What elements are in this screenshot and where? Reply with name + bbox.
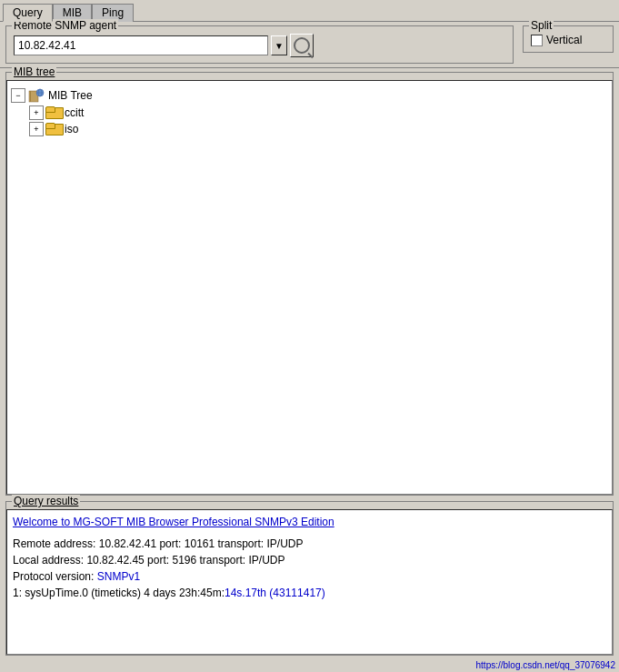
result-line1: Remote address: 10.82.42.41 port: 10161 …	[13, 536, 606, 552]
expand-iso-btn[interactable]: +	[29, 122, 44, 136]
query-results-fieldset: Query results Welcome to MG-SOFT MIB Bro…	[5, 501, 614, 656]
folder-icon-iso	[45, 123, 62, 135]
protocol-prefix: Protocol version:	[13, 570, 97, 583]
tree-children-root: + ccitt + iso	[11, 105, 608, 137]
protocol-value: SNMPv1	[97, 570, 140, 583]
main-container: Query MIB Ping Remote SNMP agent ▼ Split	[0, 0, 619, 672]
tree-label-iso: iso	[65, 123, 78, 135]
result-line4: 1: sysUpTime.0 (timeticks) 4 days 23h:45…	[13, 585, 606, 601]
mib-root-icon	[27, 87, 45, 104]
mib-tree-legend: MIB tree	[12, 65, 56, 78]
remote-agent-input-row: ▼	[14, 34, 505, 57]
expand-root-btn[interactable]: −	[11, 88, 25, 103]
vertical-label: Vertical	[546, 34, 582, 46]
svg-rect-1	[30, 91, 31, 102]
ip-input[interactable]	[14, 35, 268, 55]
search-button[interactable]	[290, 34, 314, 57]
top-section: Remote SNMP agent ▼ Split Vertical	[0, 22, 619, 68]
tree-node-ccitt: + ccitt	[29, 105, 608, 121]
welcome-line: Welcome to MG-SOFT MIB Browser Professio…	[13, 514, 606, 530]
sysuptime-suffix: 14s.17th (43111417)	[225, 587, 325, 599]
tree-container[interactable]: −	[6, 80, 613, 495]
split-group: Split Vertical	[523, 25, 614, 53]
tree-node-root: −	[11, 86, 608, 137]
query-results-section: Query results Welcome to MG-SOFT MIB Bro…	[0, 499, 619, 672]
vertical-checkbox[interactable]	[531, 35, 543, 46]
tree-row-iso[interactable]: + iso	[29, 121, 608, 137]
query-results-legend: Query results	[12, 495, 80, 507]
mib-root-svg	[28, 88, 45, 103]
split-legend: Split	[529, 19, 554, 32]
mib-tree-fieldset: MIB tree −	[5, 72, 614, 496]
mib-tree-section: MIB tree −	[0, 68, 619, 499]
expand-ccitt-btn[interactable]: +	[29, 105, 44, 120]
sysuptime-prefix: 1: sysUpTime.0 (timeticks) 4 days 23h:45…	[13, 587, 225, 599]
split-inner: Vertical	[531, 34, 605, 46]
folder-icon-ccitt	[45, 106, 62, 119]
result-line3: Protocol version: SNMPv1	[13, 568, 606, 585]
tree-node-iso: + iso	[29, 121, 608, 137]
query-results-content[interactable]: Welcome to MG-SOFT MIB Browser Professio…	[6, 509, 613, 655]
tree-root-label: MIB Tree	[48, 89, 93, 102]
result-line2: Local address: 10.82.42.45 port: 5196 tr…	[13, 552, 606, 568]
tab-query[interactable]: Query	[3, 4, 53, 22]
remote-agent-group: Remote SNMP agent ▼	[5, 25, 514, 64]
welcome-text: Welcome to MG-SOFT MIB Browser Professio…	[13, 516, 334, 528]
watermark: https://blog.csdn.net/qq_37076942	[0, 659, 619, 672]
vertical-checkbox-label[interactable]: Vertical	[531, 34, 582, 46]
tree-row-root[interactable]: −	[11, 86, 608, 105]
dropdown-button[interactable]: ▼	[271, 35, 287, 55]
dropdown-arrow-icon: ▼	[275, 41, 284, 51]
search-icon	[294, 37, 310, 54]
tree-row-ccitt[interactable]: + ccitt	[29, 105, 608, 121]
tree-label-ccitt: ccitt	[65, 106, 84, 119]
